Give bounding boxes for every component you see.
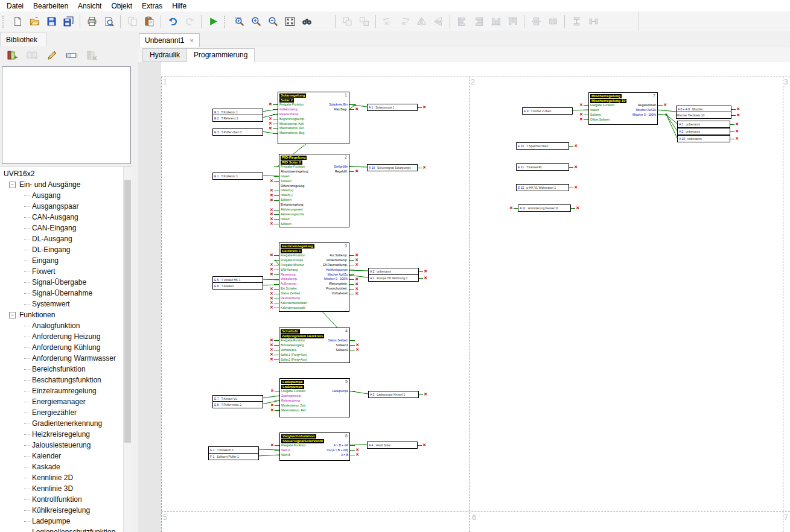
tree-item[interactable]: Kontrollfunktion [2,494,132,505]
function-block[interactable]: 1SolarregelungSolar 2Freigabe Funktion✕K… [278,92,349,144]
function-block[interactable]: 6VergleichsfunktionSteuersignalSolarVent… [279,432,350,461]
tree-item[interactable]: Gradientenerkennung [2,418,132,429]
tree-item[interactable]: CAN-Ausgang [2,212,132,223]
io-block[interactable]: A 1unbenannt✕ [677,121,730,128]
io-block-label: unbenannt [686,123,700,126]
function-block[interactable]: 5LadepumpeLadepumpeFreigabe Funktion✕Zub… [279,378,350,417]
io-block[interactable]: E 2T.Referenz 2 [212,115,263,122]
zoom-fit-button[interactable] [282,14,298,30]
grid-button[interactable] [316,14,331,30]
io-block[interactable]: E 6T.Aussen [212,282,263,290]
edit-library-button[interactable] [43,48,60,63]
document-tab[interactable]: Unbenannt1 × [139,33,200,47]
collapse-icon[interactable]: − [9,182,16,188]
menu-item-objekt[interactable]: Objekt [106,1,137,11]
undo-button[interactable] [165,14,180,30]
tree-item[interactable]: Legionellenschutzfunktion [2,527,132,532]
tree-scrollbar-thumb[interactable] [124,180,131,443]
tree-item[interactable]: CAN-Eingang [2,223,132,233]
menu-item-bearbeiten[interactable]: Bearbeiten [28,1,73,11]
tree-item[interactable]: DL-Eingang [2,244,132,255]
tree-item[interactable]: Energiemanager [2,396,132,407]
function-block[interactable]: 7MischerregelungMischerregelung 10Freiga… [588,92,658,125]
io-block[interactable]: A 4Ventil Solar✕ [367,442,418,449]
tree-item[interactable]: Kühlkreisregelung [2,505,132,516]
io-block[interactable]: E 12µ-HK VL Wohnraum 1✕ [516,184,569,191]
tree-item[interactable]: Kennlinie 2D [2,472,132,483]
io-block[interactable]: Mischer Heizkreis 10✕ [676,112,731,119]
tree-item[interactable]: Signal-Übergabe [2,277,132,288]
io-block[interactable]: A 1Solarpumpe 1✕ [367,104,418,111]
tree-item[interactable]: Signal-Übernahme [2,288,132,299]
tree-section[interactable]: −Funktionen [2,309,132,320]
page-gutter [138,62,161,532]
tree-item[interactable]: Ausgangspaar [2,201,132,212]
menu-item-ansicht[interactable]: Ansicht [73,1,106,11]
io-block[interactable]: A 10unbenannt✕ [677,135,730,142]
rename-library-button[interactable] [63,48,80,63]
tree-item[interactable]: Eingang [2,255,132,266]
io-block[interactable]: E 3T.Puffer oben 3 [212,128,263,136]
tree-item[interactable]: Ausgang [2,190,132,201]
tree-section[interactable]: −Ein- und Ausgänge [2,179,132,190]
tree-item[interactable]: Anforderung Kühlung [2,342,132,353]
tree-scrollbar[interactable] [123,166,132,532]
close-icon[interactable]: × [190,37,193,44]
menu-item-extras[interactable]: Extras [137,1,167,11]
menu-item-hilfe[interactable]: Hilfe [167,1,191,11]
tree-item[interactable]: Systemwert [2,299,132,309]
io-block[interactable]: A 10Steuersignal Solarpumpe✕ [367,164,418,171]
function-block[interactable]: 4SchaltuhrZeitprogramm HeizkreisFreigabe… [279,328,350,363]
open-file-button[interactable] [27,14,42,30]
menu-item-datei[interactable]: Datei [2,1,28,11]
run-button[interactable] [205,14,221,30]
zoom-in-button[interactable] [248,14,264,30]
tree-item[interactable]: Kalender [2,451,132,461]
tab-hydraulik[interactable]: Hydraulik [142,48,187,62]
toolbar-separator [564,15,565,28]
tree-item[interactable]: DL-Ausgang [2,233,132,244]
tree-item[interactable]: Anforderung Heizung [2,331,132,342]
tree-item[interactable]: Einzelraumregelung [2,385,132,396]
save-all-button[interactable] [60,14,76,30]
zoom-region-button[interactable] [231,14,247,30]
collapse-icon[interactable]: − [9,312,16,318]
new-file-button[interactable] [10,14,25,30]
io-block[interactable]: A 1Pumpe HK Wohnung 1✕ [368,274,419,282]
print-button[interactable] [84,14,100,30]
tree-item[interactable]: Energiezähler [2,407,132,418]
library-tab[interactable]: Bibliothek [0,33,46,46]
library-list[interactable] [2,66,131,164]
add-library-button[interactable] [4,48,21,63]
tab-programmierung[interactable]: Programmierung [186,48,255,62]
tree-item[interactable]: Kennlinie 3D [2,483,132,494]
save-button[interactable] [43,14,59,30]
print-preview-button[interactable] [101,14,116,30]
tree-item[interactable]: Bereichsfunktion [2,364,132,375]
tree-item[interactable]: Analogfunktion [2,320,132,331]
tree-item[interactable]: Kaskade [2,461,132,472]
io-block[interactable]: E 1T.Kollektor 1 [212,173,263,180]
io-block[interactable]: E 11T.Kessel RL✕ [516,163,569,171]
tree-item[interactable]: Anforderung Warmwasser [2,353,132,364]
tree-item[interactable]: Beschattungsfunktion [2,375,132,385]
zoom-out-button[interactable] [265,14,281,30]
io-block[interactable]: A 3Ladepumpe Kessel 1✕ [368,391,419,398]
tree-item[interactable]: Jalousiesteuerung [2,440,132,451]
io-block[interactable]: A 2unbenannt✕ [677,128,730,135]
io-block[interactable]: A 11Anforderung Kessel 11✕✕ [518,204,571,212]
io-block[interactable]: E 8T.Puffer mitte 2 [212,401,263,408]
paste-button[interactable] [141,14,157,30]
tree-item[interactable]: Heizkreisregelung [2,429,132,440]
find-button[interactable] [299,14,314,30]
io-block[interactable]: E 9T.Puffer 2 oben [522,107,573,115]
tree-item[interactable]: Fixwert [2,266,132,277]
io-block[interactable]: F 1Sollwert Puffer 1 [208,453,259,460]
open-pin-icon: ✕ [355,253,358,258]
function-block[interactable]: 3HeizkreisregelungHeizkreis 1Freigabe Fu… [279,242,349,312]
programming-canvas[interactable]: 1235671SolarregelungSolar 2Freigabe Funk… [138,62,790,532]
tree-item[interactable]: Ladepumpe [2,516,132,527]
tree-root[interactable]: UVR16x2 [2,168,132,179]
function-block[interactable]: 2PID-RegelungPID Solar 2Freigabe Funktio… [279,154,349,227]
io-block[interactable]: E 10T.Speicher oben✕ [516,142,569,150]
